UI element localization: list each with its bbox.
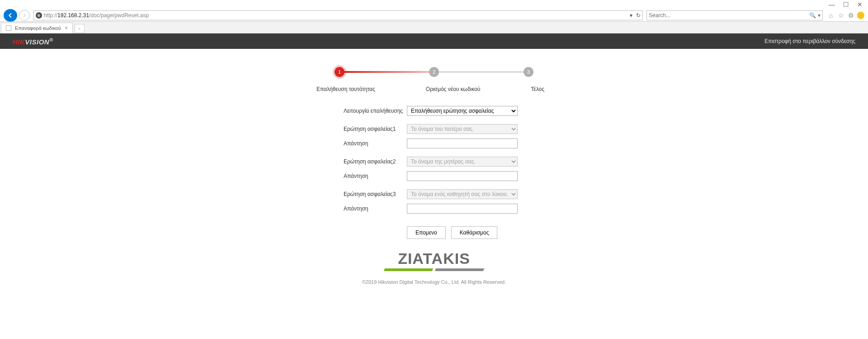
next-button[interactable]: Επομενο	[407, 226, 446, 239]
feedback-icon[interactable]	[857, 12, 864, 19]
app-header: HIKVISION® Επιστροφή στο περιβάλλον σύνδ…	[0, 33, 868, 49]
copyright: ©2019 Hikvision Digital Technology Co., …	[0, 279, 868, 285]
search-box[interactable]: 🔍 ▾	[646, 10, 823, 20]
mode-select[interactable]: Επαλήθευση ερώτησης ασφαλείας	[407, 106, 518, 116]
step-line-1	[344, 71, 429, 73]
a3-input[interactable]	[407, 204, 518, 214]
tab-favicon	[6, 25, 11, 31]
mode-label: Λειτουργία επαλήθευσης	[344, 108, 407, 114]
favorite-icon[interactable]: ☆	[837, 12, 844, 19]
q1-select: Το όνομα του πατέρα σας.	[407, 124, 518, 134]
step-1-circle: 1	[335, 67, 344, 77]
step-2-label: Ορισμός νέου κωδικού	[426, 86, 481, 92]
browser-tab[interactable]: Επαναφορά κωδικού ×	[1, 23, 73, 33]
q3-label: Ερώτηση ασφαλείας3	[344, 191, 407, 197]
step-1-label: Επαλήθευση ταυτότητας	[316, 86, 375, 92]
step-indicator: 1 2 3	[335, 67, 533, 77]
home-icon[interactable]: ⌂	[827, 12, 835, 19]
browser-toolbar: ⊕ http://192.168.2.31/doc/page/pwdReset.…	[0, 9, 868, 22]
search-input[interactable]	[649, 12, 809, 19]
window-titlebar: — ☐ ✕	[0, 0, 868, 9]
step-line-2	[439, 71, 524, 73]
back-button[interactable]	[4, 9, 17, 22]
q3-select: Το όνομα ενός καθηγητή σας στο λύκειο.	[407, 189, 518, 199]
step-3-circle: 3	[524, 67, 533, 77]
a2-label: Απάντηση	[344, 173, 407, 179]
verify-form: Λειτουργία επαλήθευσης Επαλήθευση ερώτησ…	[344, 106, 524, 239]
refresh-icon[interactable]: ↻	[636, 12, 641, 19]
minimize-icon[interactable]: —	[829, 1, 835, 8]
tab-bar: Επαναφορά κωδικού × ▫	[0, 22, 868, 33]
url-actions: ▾ ↻	[630, 12, 641, 19]
brand-logo: ZIATAKIS	[384, 250, 484, 271]
a1-input[interactable]	[407, 138, 518, 148]
dropdown-icon[interactable]: ▾	[630, 12, 632, 19]
tab-close-icon[interactable]: ×	[65, 25, 68, 31]
return-login-link[interactable]: Επιστροφή στο περιβάλλον σύνδεσης	[764, 38, 855, 44]
chrome-icons: ⌂ ☆ ⚙	[825, 12, 864, 19]
a2-input[interactable]	[407, 171, 518, 181]
q2-label: Ερώτηση ασφαλείας2	[344, 158, 407, 165]
step-2-circle: 2	[429, 67, 439, 77]
search-dropdown-icon[interactable]: ▾	[818, 12, 821, 19]
brand-text: ZIATAKIS	[384, 250, 484, 267]
q1-label: Ερώτηση ασφαλείας1	[344, 126, 407, 132]
close-icon[interactable]: ✕	[857, 1, 863, 8]
logo: HIKVISION®	[13, 37, 53, 46]
step-3-label: Τέλος	[531, 86, 544, 92]
q2-select: Το όνομα της μητέρας σας.	[407, 157, 518, 167]
search-icon[interactable]: 🔍	[809, 12, 816, 19]
address-bar[interactable]: ⊕ http://192.168.2.31/doc/page/pwdReset.…	[33, 10, 643, 20]
a1-label: Απάντηση	[344, 140, 407, 147]
new-tab-button[interactable]: ▫	[75, 24, 85, 33]
brand-underline	[384, 268, 484, 271]
step-labels: Επαλήθευση ταυτότητας Ορισμός νέου κωδικ…	[321, 86, 547, 92]
clear-button[interactable]: Καθάρισμος	[451, 226, 498, 239]
a3-label: Απάντηση	[344, 205, 407, 212]
settings-icon[interactable]: ⚙	[847, 12, 854, 19]
maximize-icon[interactable]: ☐	[843, 1, 849, 8]
forward-button[interactable]	[19, 10, 30, 21]
url-text: http://192.168.2.31/doc/page/pwdReset.as…	[44, 12, 149, 19]
tab-title: Επαναφορά κωδικού	[15, 25, 61, 31]
globe-icon: ⊕	[36, 12, 42, 19]
